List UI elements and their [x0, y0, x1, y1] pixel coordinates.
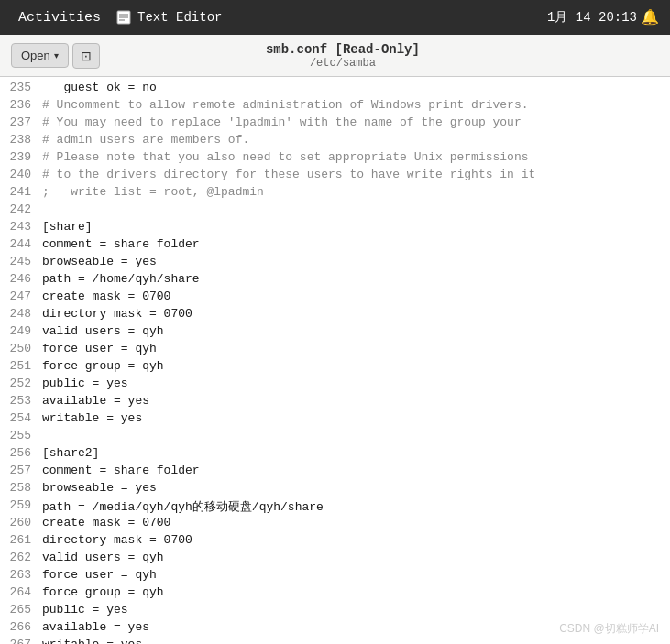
system-bar-left: Activities Text Editor — [11, 6, 222, 29]
line-content: # You may need to replace 'lpadmin' with… — [38, 115, 670, 129]
table-row: 267writable = yes — [0, 638, 670, 644]
line-number: 259 — [0, 498, 38, 512]
line-number: 242 — [0, 202, 38, 216]
table-row: 265public = yes — [0, 603, 670, 620]
line-content: browseable = yes — [38, 481, 670, 495]
line-content: writable = yes — [38, 638, 670, 644]
line-content: # Please note that you also need to set … — [38, 150, 670, 164]
line-content: # admin users are members of. — [38, 133, 670, 147]
line-content: valid users = qyh — [38, 324, 670, 338]
line-content: path = /media/qyh/qyh的移动硬盘/qyh/share — [38, 498, 670, 515]
line-content: available = yes — [38, 394, 670, 408]
line-content: directory mask = 0700 — [38, 307, 670, 321]
open-button[interactable]: Open ▾ — [11, 43, 69, 68]
line-content: force user = qyh — [38, 342, 670, 355]
line-number: 255 — [0, 429, 38, 442]
line-number: 246 — [0, 272, 38, 286]
line-content: browseable = yes — [38, 255, 670, 268]
text-editor-icon — [115, 9, 132, 26]
file-path: /etc/samba — [266, 57, 420, 70]
line-number: 258 — [0, 481, 38, 495]
line-number: 260 — [0, 516, 38, 529]
toolbar-center: smb.conf [Read-Only] /etc/samba — [266, 42, 420, 70]
open-label: Open — [21, 49, 50, 62]
table-row: 257comment = share folder — [0, 464, 670, 481]
table-row: 244comment = share folder — [0, 237, 670, 255]
line-content: valid users = qyh — [38, 551, 670, 564]
app-title-bar: Text Editor — [115, 9, 222, 26]
line-content: # to the drivers directory for these use… — [38, 168, 670, 181]
line-content: ; write list = root, @lpadmin — [38, 185, 670, 199]
line-number: 237 — [0, 115, 38, 129]
table-row: 245browseable = yes — [0, 255, 670, 272]
table-row: 241; write list = root, @lpadmin — [0, 185, 670, 202]
table-row: 254writable = yes — [0, 411, 670, 429]
recent-files-button[interactable]: ⊡ — [72, 43, 100, 69]
recent-files-icon: ⊡ — [81, 49, 92, 63]
line-content: force group = qyh — [38, 359, 670, 373]
table-row: 258browseable = yes — [0, 481, 670, 498]
table-row: 238# admin users are members of. — [0, 133, 670, 150]
line-number: 245 — [0, 255, 38, 268]
line-content: [share2] — [38, 446, 670, 460]
table-row: 235 guest ok = no — [0, 81, 670, 98]
table-row: 261directory mask = 0700 — [0, 533, 670, 551]
table-row: 263force user = qyh — [0, 568, 670, 585]
clock-time: 1月 14 20:13 — [547, 9, 637, 26]
line-content: comment = share folder — [38, 464, 670, 477]
table-row: 264force group = qyh — [0, 585, 670, 603]
line-content: comment = share folder — [38, 237, 670, 251]
table-row: 253available = yes — [0, 394, 670, 411]
table-row: 259path = /media/qyh/qyh的移动硬盘/qyh/share — [0, 498, 670, 516]
editor-area: 235 guest ok = no236# Uncomment to allow… — [0, 77, 670, 644]
table-row: 255 — [0, 429, 670, 446]
line-content: # Uncomment to allow remote administrati… — [38, 98, 670, 112]
table-row: 256[share2] — [0, 446, 670, 464]
line-content: path = /home/qyh/share — [38, 272, 670, 286]
line-number: 252 — [0, 377, 38, 390]
editor-content[interactable]: 235 guest ok = no236# Uncomment to allow… — [0, 77, 670, 644]
line-content: writable = yes — [38, 411, 670, 425]
line-number: 267 — [0, 638, 38, 644]
toolbar-left: Open ▾ ⊡ — [11, 43, 100, 69]
line-number: 243 — [0, 220, 38, 234]
line-number: 256 — [0, 446, 38, 460]
line-number: 238 — [0, 133, 38, 147]
line-content: available = yes — [38, 620, 670, 634]
table-row: 239# Please note that you also need to s… — [0, 150, 670, 168]
table-row: 242 — [0, 202, 670, 220]
line-number: 239 — [0, 150, 38, 164]
table-row: 248directory mask = 0700 — [0, 307, 670, 324]
line-number: 250 — [0, 342, 38, 355]
file-title: smb.conf [Read-Only] — [266, 42, 420, 57]
table-row: 237# You may need to replace 'lpadmin' w… — [0, 115, 670, 133]
line-number: 264 — [0, 585, 38, 599]
line-number: 249 — [0, 324, 38, 338]
line-number: 244 — [0, 237, 38, 251]
line-number: 266 — [0, 620, 38, 634]
line-content: create mask = 0700 — [38, 516, 670, 529]
line-number: 265 — [0, 603, 38, 617]
line-number: 235 — [0, 81, 38, 94]
notification-bell-icon[interactable]: 🔔 — [641, 8, 659, 27]
app-toolbar: Open ▾ ⊡ smb.conf [Read-Only] /etc/samba — [0, 35, 670, 77]
line-number: 263 — [0, 568, 38, 582]
table-row: 262valid users = qyh — [0, 551, 670, 568]
line-content: public = yes — [38, 603, 670, 617]
line-content: directory mask = 0700 — [38, 533, 670, 547]
table-row: 236# Uncomment to allow remote administr… — [0, 98, 670, 115]
table-row: 243[share] — [0, 220, 670, 237]
system-bar: Activities Text Editor 1月 14 20:13 🔔 — [0, 0, 670, 35]
table-row: 260create mask = 0700 — [0, 516, 670, 533]
line-number: 241 — [0, 185, 38, 199]
open-chevron-icon: ▾ — [54, 50, 59, 60]
table-row: 266available = yes — [0, 620, 670, 638]
line-number: 262 — [0, 551, 38, 564]
line-number: 257 — [0, 464, 38, 477]
line-content: [share] — [38, 220, 670, 234]
line-number: 261 — [0, 533, 38, 547]
line-number: 254 — [0, 411, 38, 425]
system-bar-clock: 1月 14 20:13 🔔 — [547, 8, 659, 27]
activities-button[interactable]: Activities — [11, 6, 108, 29]
line-number: 253 — [0, 394, 38, 408]
